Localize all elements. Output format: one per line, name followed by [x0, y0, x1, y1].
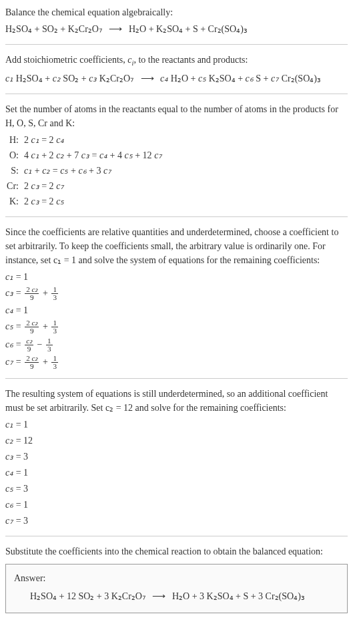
text-fragment: Add stoichiometric coefficients, — [5, 55, 127, 65]
atom-equation: 2 c₃ = 2 c₅ — [24, 194, 348, 208]
term: H₂SO₄ + — [13, 73, 52, 84]
atom-label: H: — [5, 133, 24, 147]
step4-section: Since the coefficients are relative quan… — [5, 225, 348, 371]
eq-lhs: H₂SO₄ + SO₂ + K₂Cr₂O₇ — [5, 24, 103, 34]
divider — [5, 216, 348, 217]
atom-equation: 4 c₁ + 2 c₂ + 7 c₃ = c₄ + 4 c₅ + 12 c₇ — [24, 148, 348, 162]
atom-row: Cr:2 c₃ = 2 c₇ — [5, 179, 348, 193]
answer-box: Answer: H₂SO₄ + 12 SO₂ + 3 K₂Cr₂O₇ ⟶ H₂O… — [5, 564, 348, 613]
divider — [5, 94, 348, 94]
atom-row: H:2 c₁ = 2 c₄ — [5, 133, 348, 147]
term: K₂SO₄ + — [206, 73, 245, 84]
arrow-icon: ⟶ — [152, 591, 165, 601]
intro-text: Balance the chemical equation algebraica… — [5, 5, 348, 19]
term: SO₂ + — [61, 73, 89, 84]
coeff-row: c₃ = 2 c₂9 + 13 — [5, 286, 348, 301]
atom-equation: 2 c₃ = 2 c₇ — [24, 179, 348, 193]
coeff-row: c₆ = c₂9 − 13 — [5, 337, 348, 353]
step5-section: The resulting system of equations is sti… — [5, 387, 348, 528]
eq-rhs: H₂O + 3 K₂SO₄ + S + 3 Cr₂(SO₄)₃ — [172, 591, 305, 601]
step4-text: Since the coefficients are relative quan… — [5, 225, 348, 267]
coeff-row: c₄ = 1 — [5, 466, 348, 480]
term: Cr₂(SO₄)₃ — [279, 73, 321, 84]
atom-equation: 2 c₁ = 2 c₄ — [24, 133, 348, 147]
coeff: c₆ — [246, 73, 254, 84]
term: S + — [254, 73, 271, 84]
divider — [5, 536, 348, 536]
atom-row: K:2 c₃ = 2 c₅ — [5, 194, 348, 208]
divider — [5, 44, 348, 45]
atom-equation: c₁ + c₂ = c₅ + c₆ + 3 c₇ — [24, 164, 348, 178]
atom-label: K: — [5, 194, 24, 208]
coeff-list-values: c₁ = 1c₂ = 12c₃ = 3c₄ = 1c₅ = 3c₆ = 1c₇ … — [5, 418, 348, 528]
step2-section: Add stoichiometric coefficients, ci, to … — [5, 53, 348, 86]
coeff-row: c₁ = 1 — [5, 418, 348, 432]
term: H₂O + — [168, 73, 198, 84]
coeff-row: c₇ = 2 c₂9 + 13 — [5, 355, 348, 370]
coeff: c₅ — [198, 73, 206, 84]
coeff-row: c₅ = 2 c₂9 + 13 — [5, 319, 348, 335]
step3-text: Set the number of atoms in the reactants… — [5, 102, 348, 130]
coeff-row: c₆ = 1 — [5, 498, 348, 512]
step3-section: Set the number of atoms in the reactants… — [5, 102, 348, 208]
arrow-icon: ⟶ — [109, 24, 122, 34]
term: K₂Cr₂O₇ — [97, 73, 134, 84]
answer-equation: H₂SO₄ + 12 SO₂ + 3 K₂Cr₂O₇ ⟶ H₂O + 3 K₂S… — [14, 589, 339, 603]
coeff: c₇ — [271, 73, 279, 84]
atom-label: O: — [5, 148, 24, 162]
step5-text: The resulting system of equations is sti… — [5, 387, 348, 415]
coeff-row: c₁ = 1 — [5, 270, 348, 284]
text-fragment: , to the reactants and products: — [133, 55, 248, 65]
coeff-row: c₅ = 3 — [5, 482, 348, 496]
coeff-row: c₄ = 1 — [5, 303, 348, 317]
step6-text: Substitute the coefficients into the che… — [5, 544, 348, 558]
atom-row: O:4 c₁ + 2 c₂ + 7 c₃ = c₄ + 4 c₅ + 12 c₇ — [5, 148, 348, 162]
coeff: c₄ — [160, 73, 168, 84]
eq-lhs: H₂SO₄ + 12 SO₂ + 3 K₂Cr₂O₇ — [30, 591, 146, 601]
step6-section: Substitute the coefficients into the che… — [5, 544, 348, 613]
coeff-row: c₇ = 3 — [5, 514, 348, 528]
coeff-row: c₃ = 3 — [5, 450, 348, 464]
atom-label: S: — [5, 164, 24, 178]
atom-label: Cr: — [5, 179, 24, 193]
coeff: c₂ — [53, 73, 61, 84]
eq-rhs: H₂O + K₂SO₄ + S + Cr₂(SO₄)₃ — [129, 24, 248, 34]
step2-equation: c₁ H₂SO₄ + c₂ SO₂ + c₃ K₂Cr₂O₇ ⟶ c₄ H₂O … — [5, 71, 348, 86]
coeff-list-fractions: c₁ = 1c₃ = 2 c₂9 + 13c₄ = 1c₅ = 2 c₂9 + … — [5, 270, 348, 371]
coeff: c₁ — [5, 73, 13, 84]
answer-label: Answer: — [14, 571, 339, 585]
arrow-icon: ⟶ — [141, 73, 154, 84]
coeff: c₃ — [89, 73, 97, 84]
intro-section: Balance the chemical equation algebraica… — [5, 5, 348, 36]
atom-row: S:c₁ + c₂ = c₅ + c₆ + 3 c₇ — [5, 164, 348, 178]
atom-equations: H:2 c₁ = 2 c₄O:4 c₁ + 2 c₂ + 7 c₃ = c₄ +… — [5, 133, 348, 208]
coeff-row: c₂ = 12 — [5, 434, 348, 448]
intro-equation: H₂SO₄ + SO₂ + K₂Cr₂O₇ ⟶ H₂O + K₂SO₄ + S … — [5, 22, 348, 36]
divider — [5, 378, 348, 379]
step2-text: Add stoichiometric coefficients, ci, to … — [5, 53, 348, 69]
